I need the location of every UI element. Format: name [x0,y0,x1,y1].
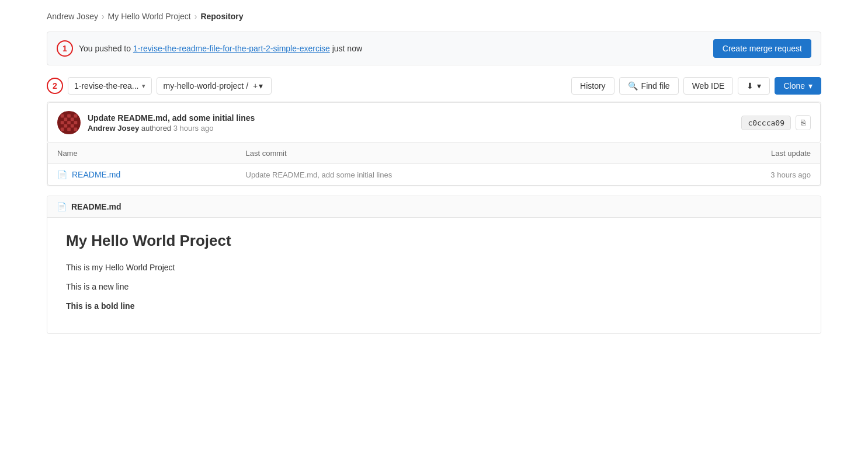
svg-rect-12 [67,128,71,131]
path-bar: my-hello-world-project / + ▾ [157,77,272,95]
repository-container: Update README.md, add some initial lines… [47,102,821,186]
svg-rect-1 [61,114,64,118]
table-row: 📄 README.md Update README.md, add some i… [48,164,820,185]
readme-file-icon: 📄 [57,202,67,211]
file-name-link[interactable]: README.md [72,170,120,179]
svg-rect-3 [74,114,78,118]
web-ide-button[interactable]: Web IDE [683,77,734,95]
branch-name: 1-revise-the-rea... [74,81,138,90]
file-table: Name Last commit Last update 📄 README.md… [47,143,821,186]
svg-rect-6 [61,121,64,124]
copy-hash-button[interactable]: ⎘ [796,115,811,130]
breadcrumb-project[interactable]: My Hello World Project [108,12,191,21]
svg-rect-13 [74,128,78,131]
col-last-commit: Last commit [246,149,623,158]
readme-content: My Hello World Project This is my Hello … [47,218,821,333]
branch-chevron-icon: ▾ [142,82,145,90]
file-name-cell: 📄 README.md [57,170,246,179]
commit-box: Update README.md, add some initial lines… [47,102,821,143]
breadcrumb-sep-2: › [195,12,197,21]
col-last-update: Last update [623,149,811,158]
readme-line-2: This is a bold line [66,300,802,312]
readme-section: 📄 README.md My Hello World Project This … [47,196,821,334]
avatar [57,111,81,134]
notification-badge: 1 [57,40,73,57]
toolbar-right: History 🔍 Find file Web IDE ⬇ ▾ Clone ▾ [571,77,821,95]
svg-rect-9 [64,124,67,128]
readme-title: README.md [71,202,121,211]
svg-rect-10 [71,124,74,128]
file-table-header: Name Last commit Last update [48,143,820,164]
commit-info: Update README.md, add some initial lines… [88,113,255,133]
breadcrumb-sep-1: › [102,12,105,21]
commit-action: authored [141,124,173,133]
commit-left: Update README.md, add some initial lines… [57,111,255,134]
notification-branch-link[interactable]: 1-revise-the-readme-file-for-the-part-2-… [133,44,330,53]
svg-rect-4 [64,117,67,121]
commit-hash: c0ccca09 [741,116,791,130]
find-file-button[interactable]: 🔍 Find file [619,77,679,95]
readme-heading: My Hello World Project [66,232,802,250]
clone-button[interactable]: Clone ▾ [775,77,821,95]
create-merge-request-button[interactable]: Create merge request [713,39,811,58]
svg-rect-7 [67,121,71,124]
copy-icon: ⎘ [801,118,805,127]
svg-rect-5 [71,117,74,121]
commit-time: 3 hours ago [173,124,214,133]
download-button[interactable]: ⬇ ▾ [738,77,770,95]
svg-rect-11 [61,128,64,131]
breadcrumb: Andrew Josey › My Hello World Project › … [47,12,821,21]
notification-left: 1 You pushed to 1-revise-the-readme-file… [57,40,362,57]
readme-header: 📄 README.md [47,196,821,218]
plus-icon: + [253,81,258,90]
file-last-commit-msg: Update README.md, add some initial lines [246,170,623,179]
add-chevron-icon: ▾ [259,81,263,90]
toolbar-row: 2 1-revise-the-rea... ▾ my-hello-world-p… [47,77,821,95]
svg-rect-2 [67,114,71,118]
notification-text-after: just now [330,44,362,53]
breadcrumb-user[interactable]: Andrew Josey [47,12,98,21]
clone-chevron-icon: ▾ [808,81,813,90]
path-name: my-hello-world-project [163,81,244,90]
push-notification: 1 You pushed to 1-revise-the-readme-file… [47,32,821,65]
clone-label: Clone [783,81,805,90]
notification-text: You pushed to 1-revise-the-readme-file-f… [79,44,362,53]
download-icon: ⬇ [747,81,754,90]
history-button[interactable]: History [571,77,614,95]
commit-right: c0ccca09 ⎘ [741,115,811,130]
readme-line-1: This is a new line [66,281,802,293]
svg-rect-8 [74,121,78,124]
toolbar-badge: 2 [47,78,63,94]
branch-selector[interactable]: 1-revise-the-rea... ▾ [68,77,152,95]
search-icon: 🔍 [628,81,638,90]
breadcrumb-current: Repository [200,12,243,21]
notification-text-before: You pushed to [79,44,133,53]
readme-line-0: This is my Hello World Project [66,262,802,274]
commit-author: Andrew Josey [88,124,139,133]
col-name: Name [57,149,246,158]
path-separator: / [246,81,248,90]
file-icon: 📄 [57,170,67,179]
commit-meta: Andrew Josey authored 3 hours ago [88,124,255,133]
commit-message: Update README.md, add some initial lines [88,113,255,123]
file-last-update: 3 hours ago [623,170,811,179]
download-chevron-icon: ▾ [757,81,761,90]
path-add-button[interactable]: + ▾ [251,81,265,90]
find-file-label: Find file [641,81,670,90]
